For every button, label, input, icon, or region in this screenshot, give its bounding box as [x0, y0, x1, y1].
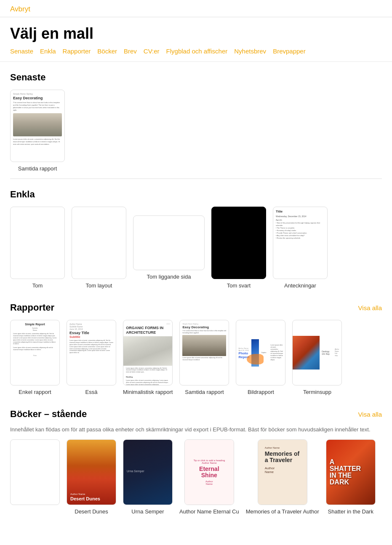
samtida-body: T he content here flows to show how text… [182, 330, 226, 334]
template-anteckningar[interactable]: Title Wednesday, December 15, 2014 Agend… [273, 207, 328, 289]
thumb-essa: Author NameSubtitle NameJune 18, 2014 Es… [67, 320, 116, 385]
urna-author: Urna Semper [127, 470, 169, 473]
min-tag: ∷∷∷ [123, 320, 172, 326]
eternal-title: Eternal [199, 466, 219, 472]
thumb-terminsupp: Geology 101 Rep Author NameFull stop [292, 320, 342, 385]
geology-meta: Author NameFull stop [333, 348, 341, 357]
template-shatter[interactable]: ASHATTERIN THEDARK Shatter in the Dark [326, 439, 376, 515]
thumb-image [13, 113, 62, 136]
label-memories-traveler: Memories of a Traveler Author [246, 508, 319, 515]
nav-enkla[interactable]: Enkla [40, 46, 63, 56]
template-samtida-rapport[interactable]: Simple Home Styling Easy Decorating T he… [10, 90, 65, 172]
thumb-author-eternal: Tip or click to add a headingAuthor Name… [184, 439, 234, 505]
thumb-shatter: ASHATTERIN THEDARK [326, 439, 376, 505]
geology-title: Geology 101 Rep [320, 348, 333, 357]
memories-content: Memories of a Traveler Author Name [261, 451, 304, 474]
thumb-memories-traveler: Author Name Memories of a Traveler Autho… [258, 439, 307, 505]
thumb-tom-layout [72, 207, 126, 279]
nav-brev[interactable]: Brev [124, 46, 144, 56]
memories-name: Name [265, 470, 300, 474]
top-bar: Avbryt [0, 0, 392, 17]
template-urna-semper[interactable]: Urna Semper Urna Semper [123, 439, 173, 515]
thumb-minimalistisk: ∷∷∷ ORGANIC FORMS IN ARCHITECTURE Lorem … [123, 320, 173, 385]
er-footer: Note [13, 354, 57, 356]
rapporter-section: Rapporter Visa alla Simple Report Subtit… [0, 292, 392, 399]
fish-silhouette [247, 354, 264, 364]
template-minimalistisk[interactable]: ∷∷∷ ORGANIC FORMS IN ARCHITECTURE Lorem … [123, 320, 173, 395]
thumb-inner: Simple Home Styling Easy Decorating T he… [11, 90, 64, 162]
cancel-button[interactable]: Avbryt [10, 5, 30, 13]
thumb-body1: T he content here flows to show how text… [13, 101, 62, 112]
urna-cover: Urna Semper [123, 440, 172, 505]
label-tom-liggande: Tom liggande sida [147, 274, 191, 280]
thumb-heading: Easy Decorating [13, 96, 62, 100]
min-heading2: Heading [123, 375, 172, 379]
samtida-body2: Lorem ipsum dolor sit amet consectetur a… [182, 357, 226, 361]
template-bocker-blank[interactable] [10, 439, 60, 515]
notes-inner: Title Wednesday, December 15, 2014 Agend… [273, 207, 327, 279]
min-inner: ∷∷∷ ORGANIC FORMS IN ARCHITECTURE Lorem … [123, 320, 172, 385]
thumb-samtida-rapport2: Simple Home Styling Easy Decorating T he… [179, 320, 229, 385]
nav-bocker[interactable]: Böcker [97, 46, 124, 56]
label-bildrapport: Bildrapport [248, 389, 274, 395]
thumb-anteckningar: Title Wednesday, December 15, 2014 Agend… [273, 207, 328, 279]
notes-agenda-header: Agenda [276, 219, 325, 221]
label-samtida-rapport2: Samtida rapport [185, 389, 224, 395]
template-tom[interactable]: Tom [10, 207, 65, 289]
label-enkel-rapport: Enkel rapport [19, 389, 51, 395]
rapporter-view-all[interactable]: Visa alla [358, 304, 382, 311]
nav-senaste[interactable]: Senaste [10, 46, 40, 56]
pr-body: Lorem ipsum dolor sit amet, consectetur … [269, 344, 285, 361]
samtida-inner: Simple Home Styling Easy Decorating T he… [180, 320, 229, 385]
nav-nyhetsbrev[interactable]: Nyhetsbrev [234, 46, 273, 56]
essa-inner: Author NameSubtitle NameJune 18, 2014 Es… [67, 320, 116, 385]
essa-author: Author NameSubtitle NameJune 18, 2014 [69, 323, 113, 330]
samtida-meta: Simple Home Styling [182, 323, 226, 325]
nav-cv[interactable]: CV:er [144, 46, 166, 56]
memories-author-top: Author Name [261, 443, 304, 449]
bocker-title: Böcker – stående [10, 409, 87, 420]
nav-rapporter[interactable]: Rapporter [63, 46, 98, 56]
template-desert-dunes[interactable]: Author Name Desert Dunes Desert Dunes [67, 439, 116, 515]
template-tom-liggande[interactable]: Tom liggande sida [133, 207, 205, 289]
samtida-image [182, 335, 226, 356]
template-tom-layout[interactable]: Tom layout [72, 207, 126, 289]
template-terminsupp[interactable]: Geology 101 Rep Author NameFull stop Ter… [292, 320, 342, 395]
thumb-urna-semper: Urna Semper [123, 439, 173, 505]
thumb-meta: Simple Home Styling [13, 93, 62, 95]
label-tom-layout: Tom layout [86, 282, 112, 289]
rapporter-title: Rapporter [10, 302, 54, 313]
nav-flygblad[interactable]: Flygblad och affischer [166, 46, 235, 56]
notes-body: • Start of the presentation led through … [276, 222, 325, 239]
template-author-eternal[interactable]: Tip or click to add a headingAuthor Name… [179, 439, 239, 515]
geology-image [293, 336, 319, 370]
senaste-title: Senaste [10, 72, 45, 83]
min-image [123, 336, 172, 366]
template-samtida-rapport2[interactable]: Simple Home Styling Easy Decorating T he… [179, 320, 229, 395]
bocker-section: Böcker – stående Visa alla Innehållet ka… [0, 399, 392, 518]
template-bildrapport[interactable]: Author Name · April 18, 2012 Photo Repor… [236, 320, 285, 395]
template-essa[interactable]: Author NameSubtitle NameJune 18, 2014 Es… [67, 320, 116, 395]
template-tom-svart[interactable]: Tom svart [211, 207, 266, 289]
er-title: Simple Report [13, 323, 57, 326]
notes-date: Wednesday, December 15, 2014 [276, 215, 325, 218]
min-body: Lorem ipsum dolor sit amet, consectetur … [123, 366, 172, 375]
label-tom: Tom [32, 282, 43, 289]
thumb-tom-liggande [133, 215, 205, 270]
thumb-tom-svart [211, 207, 266, 279]
nav-brevpapper[interactable]: Brevpapper [273, 46, 312, 56]
label-shatter: Shatter in the Dark [328, 508, 373, 515]
template-memories-traveler[interactable]: Author Name Memories of a Traveler Autho… [246, 439, 319, 515]
template-label-samtida: Samtida rapport [18, 165, 57, 172]
thumb-bildrapport: Author Name · April 18, 2012 Photo Repor… [236, 320, 285, 385]
thumb-desert-dunes: Author Name Desert Dunes [67, 439, 116, 505]
notes-title: Title [276, 210, 325, 213]
senaste-section: Senaste Simple Home Styling Easy Decorat… [0, 62, 392, 175]
essa-subtitle: Subtitle [69, 335, 113, 338]
rapporter-header: Rapporter Visa alla [10, 302, 382, 313]
thumb-samtida-rapport: Simple Home Styling Easy Decorating T he… [10, 90, 65, 162]
desert-cover: Author Name Desert Dunes [67, 440, 116, 505]
template-enkel-rapport[interactable]: Simple Report SubtitleName Lorem ipsum d… [10, 320, 60, 395]
min-body2: Lorem ipsum dolor sit amet consectetur a… [123, 379, 172, 385]
bocker-view-all[interactable]: Visa alla [358, 411, 382, 418]
